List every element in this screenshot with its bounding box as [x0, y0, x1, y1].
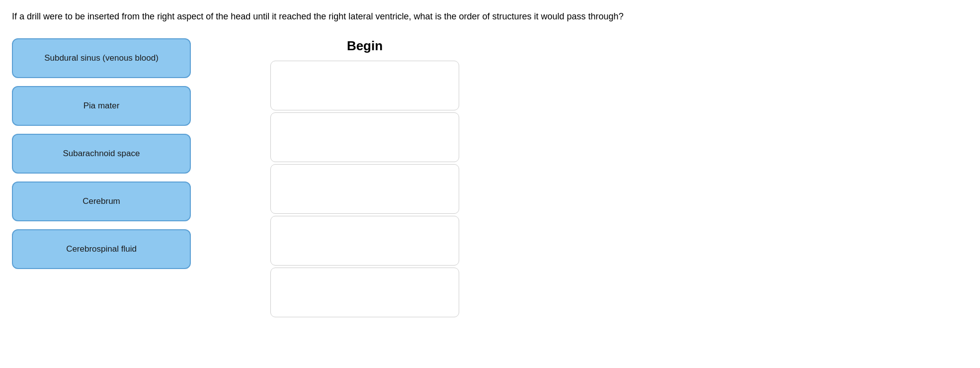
option-pia-mater[interactable]: Pia mater	[12, 86, 191, 126]
main-layout: Subdural sinus (venous blood) Pia mater …	[12, 38, 968, 319]
question-text: If a drill were to be inserted from the …	[12, 10, 757, 23]
option-cerebrospinal-fluid[interactable]: Cerebrospinal fluid	[12, 229, 191, 269]
option-subdural-sinus[interactable]: Subdural sinus (venous blood)	[12, 38, 191, 78]
drop-zones	[270, 61, 459, 319]
drop-zone-column: Begin	[270, 38, 459, 319]
drop-zone-1[interactable]	[270, 61, 459, 110]
drop-zone-5[interactable]	[270, 268, 459, 317]
option-cerebrum[interactable]: Cerebrum	[12, 182, 191, 221]
drop-zone-3[interactable]	[270, 164, 459, 214]
option-subarachnoid-space[interactable]: Subarachnoid space	[12, 134, 191, 174]
drop-zone-4[interactable]	[270, 216, 459, 266]
drop-zone-2[interactable]	[270, 112, 459, 162]
options-column: Subdural sinus (venous blood) Pia mater …	[12, 38, 191, 269]
drop-zone-title: Begin	[347, 38, 383, 54]
